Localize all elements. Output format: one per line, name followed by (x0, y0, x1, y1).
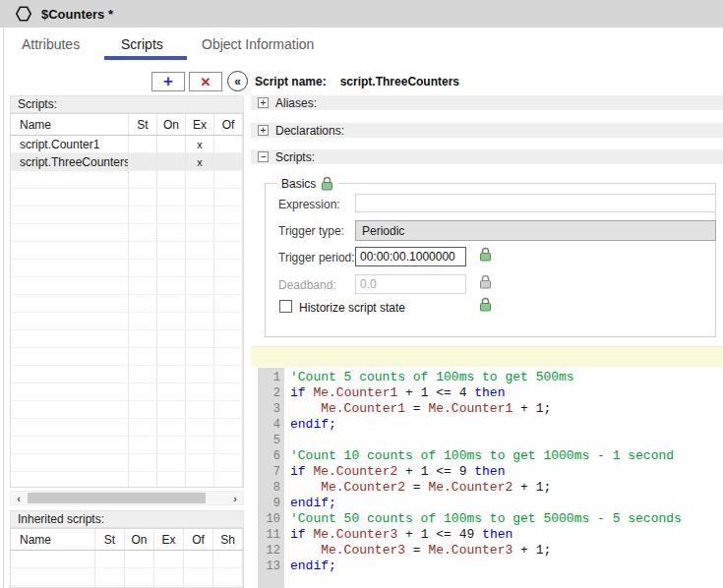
tab-object-information[interactable]: Object Information (202, 36, 314, 52)
script-row-empty[interactable] (11, 295, 243, 313)
window-title: $Counters * (41, 7, 113, 22)
script-row-empty[interactable] (11, 242, 243, 260)
code-line[interactable]: endif; (290, 417, 723, 433)
code-line[interactable]: endif; (290, 496, 723, 511)
expand-icon[interactable]: + (258, 97, 269, 108)
script-row-empty[interactable] (11, 313, 243, 330)
script-cell (214, 260, 243, 276)
tab-scripts[interactable]: Scripts (121, 36, 163, 52)
delete-script-button[interactable]: ✕ (189, 72, 222, 91)
script-row-empty[interactable] (11, 224, 243, 242)
script-row-empty[interactable] (11, 401, 243, 419)
scripts-panel-title: Scripts: (10, 95, 244, 113)
collapse-icon[interactable]: − (258, 151, 269, 162)
column-header-of[interactable]: Of (214, 114, 243, 135)
script-cell (11, 472, 129, 488)
section-label: Aliases: (275, 96, 317, 110)
code-line[interactable]: Me.Counter1 = Me.Counter1 + 1; (290, 401, 723, 417)
script-cell (214, 295, 243, 312)
add-script-button[interactable]: + (151, 72, 185, 91)
script-cell (157, 383, 186, 400)
script-row-empty[interactable] (11, 189, 243, 206)
script-row-empty[interactable] (11, 260, 243, 277)
script-row[interactable]: script.ThreeCountersx (11, 153, 243, 171)
section-aliases[interactable]: + Aliases: (251, 95, 723, 110)
column-header-on[interactable]: On (157, 114, 186, 135)
script-cell (186, 401, 214, 418)
script-cell (157, 242, 186, 259)
trigger-type-select[interactable]: Periodic (355, 220, 716, 241)
lock-icon[interactable] (479, 297, 492, 312)
column-header-of[interactable]: Of (184, 529, 213, 550)
script-cell (129, 383, 157, 400)
code-line[interactable]: Me.Counter2 = Me.Counter2 + 1; (290, 480, 723, 496)
script-row-empty[interactable] (11, 454, 243, 472)
code-token: 'Count 50 counts of 100ms to get 5000ms … (290, 511, 682, 526)
code-token: + 1; (512, 543, 551, 558)
inherited-table-header: Name St On Ex Of Sh (11, 529, 243, 551)
scroll-right-arrow-icon[interactable]: › (228, 492, 242, 504)
inherited-row-empty[interactable] (11, 551, 243, 568)
script-row-empty[interactable] (11, 366, 243, 383)
expand-icon[interactable]: + (258, 125, 269, 136)
historize-checkbox[interactable] (279, 300, 292, 313)
code-token: = (405, 401, 428, 416)
code-token: endif; (290, 559, 336, 573)
script-row-empty[interactable] (11, 383, 243, 401)
code-token: 'Count 10 counts of 100ms to get 1000ms … (290, 448, 674, 463)
script-row-empty[interactable] (11, 437, 243, 454)
code-token (290, 401, 321, 416)
script-cell (157, 437, 186, 453)
horizontal-scrollbar[interactable]: ‹ › (10, 491, 244, 505)
column-header-ex[interactable]: Ex (154, 529, 184, 550)
script-cell (214, 206, 243, 223)
script-row-empty[interactable] (11, 206, 243, 224)
code-line[interactable] (290, 433, 723, 448)
code-line[interactable]: 'Count 50 counts of 100ms to get 5000ms … (290, 511, 723, 527)
scrollbar-thumb[interactable] (28, 493, 206, 503)
script-row-empty[interactable] (11, 348, 243, 366)
lock-icon (321, 176, 333, 191)
script-row-empty[interactable] (11, 171, 243, 189)
section-scripts[interactable]: − Scripts: (251, 149, 723, 164)
script-row-empty[interactable] (11, 330, 243, 348)
code-line[interactable]: 'Count 5 counts of 100ms to get 500ms (290, 370, 723, 385)
historize-label: Historize script state (299, 301, 405, 315)
expression-input[interactable] (355, 194, 716, 212)
code-line[interactable]: 'Count 10 counts of 100ms to get 1000ms … (290, 448, 723, 464)
script-row-empty[interactable] (11, 419, 243, 437)
chevron-double-left-icon: « (234, 77, 241, 87)
script-cell (129, 313, 157, 329)
deadband-label: Deadband: (278, 278, 336, 292)
scroll-left-arrow-icon[interactable]: ‹ (12, 492, 26, 504)
code-line[interactable]: if Me.Counter1 + 1 <= 4 then (290, 385, 723, 401)
script-row[interactable]: script.Counter1x (11, 136, 243, 153)
tab-attributes[interactable]: Attributes (22, 36, 80, 52)
section-declarations[interactable]: + Declarations: (251, 123, 723, 138)
code-line[interactable]: if Me.Counter2 + 1 <= 9 then (290, 464, 723, 480)
column-header-on[interactable]: On (125, 529, 154, 550)
code-line[interactable]: Me.Counter3 = Me.Counter3 + 1; (290, 543, 723, 559)
lock-icon[interactable] (479, 247, 492, 262)
inherited-scripts-title: Inherited scripts: (10, 510, 244, 528)
script-row-empty[interactable] (11, 472, 243, 488)
trigger-period-input[interactable] (355, 247, 466, 266)
column-header-st[interactable]: St (129, 114, 157, 135)
column-header-name[interactable]: Name (11, 114, 129, 135)
script-row-empty[interactable] (11, 277, 243, 295)
deadband-input[interactable] (355, 274, 466, 294)
code-line[interactable]: if Me.Counter3 + 1 <= 49 then (290, 527, 723, 543)
inherited-cell (184, 551, 213, 567)
column-header-name[interactable]: Name (11, 529, 95, 550)
code-editor[interactable]: 'Count 5 counts of 100ms to get 500msif … (284, 368, 723, 588)
script-cell (129, 330, 157, 347)
collapse-panel-button[interactable]: « (227, 71, 248, 91)
inherited-cell (125, 568, 154, 585)
column-header-ex[interactable]: Ex (186, 114, 214, 135)
code-line[interactable]: endif; (290, 559, 723, 574)
column-header-st[interactable]: St (95, 529, 125, 550)
column-header-sh[interactable]: Sh (213, 529, 243, 550)
inherited-row-empty[interactable] (11, 568, 243, 586)
trigger-type-label: Trigger type: (278, 224, 344, 238)
script-cell (214, 419, 243, 436)
